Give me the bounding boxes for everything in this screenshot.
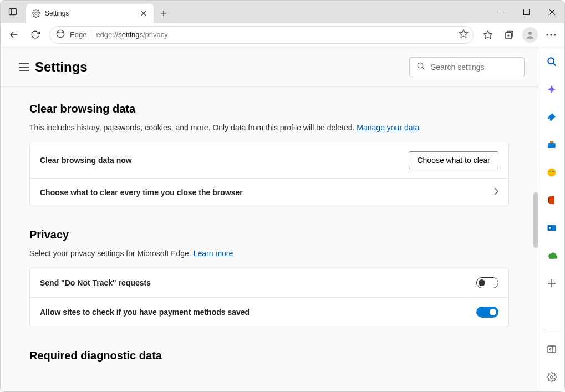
section-heading: Clear browsing data <box>29 103 509 115</box>
search-icon <box>416 62 425 73</box>
do-not-track-toggle[interactable] <box>476 277 498 288</box>
maximize-button[interactable] <box>513 3 539 21</box>
svg-point-20 <box>546 34 548 35</box>
payment-methods-toggle[interactable] <box>476 307 498 318</box>
svg-line-27 <box>423 67 424 69</box>
settings-icon[interactable] <box>543 368 561 386</box>
more-menu-button[interactable] <box>541 26 561 44</box>
refresh-button[interactable] <box>25 26 45 44</box>
row-label: Choose what to clear every time you clos… <box>40 188 243 197</box>
close-window-button[interactable] <box>539 3 564 21</box>
shopping-icon[interactable] <box>543 108 561 126</box>
search-icon[interactable] <box>543 53 561 70</box>
payment-methods-row: Allow sites to check if you have payment… <box>30 297 508 327</box>
edge-icon <box>55 29 65 41</box>
svg-point-39 <box>548 227 551 229</box>
row-label: Send "Do Not Track" requests <box>40 278 151 287</box>
favorite-add-icon[interactable] <box>459 29 469 41</box>
svg-line-29 <box>553 63 556 66</box>
clear-now-row: Clear browsing data now Choose what to c… <box>30 142 508 178</box>
avatar-icon <box>522 27 538 43</box>
menu-toggle-button[interactable] <box>14 57 34 77</box>
new-tab-button[interactable] <box>156 6 171 21</box>
svg-marker-30 <box>547 85 556 94</box>
tools-icon[interactable] <box>543 136 561 154</box>
row-label: Allow sites to check if you have payment… <box>40 308 250 317</box>
browser-tab[interactable]: Settings <box>26 4 154 23</box>
window-controls <box>488 1 564 23</box>
tab-actions-button[interactable] <box>1 1 25 23</box>
svg-rect-8 <box>523 9 529 14</box>
minimize-button[interactable] <box>488 3 513 21</box>
chevron-right-icon <box>494 187 498 197</box>
choose-what-to-clear-button[interactable]: Choose what to clear <box>409 151 498 169</box>
add-icon[interactable] <box>543 274 561 292</box>
page-title: Settings <box>35 59 88 75</box>
favorites-button[interactable] <box>478 26 498 44</box>
scrollbar-thumb[interactable] <box>533 192 538 248</box>
address-bar[interactable]: Edge edge://settings/privacy <box>49 26 474 44</box>
close-tab-button[interactable] <box>139 9 148 18</box>
profile-button[interactable] <box>520 26 540 44</box>
svg-point-22 <box>554 34 556 35</box>
office-icon[interactable] <box>543 191 561 209</box>
settings-header: Settings <box>1 47 538 87</box>
svg-point-36 <box>552 171 554 172</box>
svg-point-12 <box>57 30 64 38</box>
section-privacy: Privacy Select your privacy settings for… <box>29 228 509 327</box>
section-diagnostic-data: Required diagnostic data <box>29 349 509 362</box>
svg-point-34 <box>547 169 556 177</box>
address-identity: Edge <box>70 30 91 39</box>
back-button[interactable] <box>4 26 24 44</box>
section-description: Select your privacy settings for Microso… <box>29 249 509 258</box>
clear-on-close-row[interactable]: Choose what to clear every time you clos… <box>30 178 508 206</box>
svg-point-28 <box>548 58 554 64</box>
manage-data-link[interactable]: Manage your data <box>357 123 419 132</box>
svg-rect-0 <box>9 9 17 15</box>
onedrive-icon[interactable] <box>543 247 561 264</box>
discover-icon[interactable] <box>543 80 561 98</box>
svg-marker-14 <box>484 30 492 38</box>
hide-sidebar-icon[interactable] <box>543 340 561 358</box>
collections-button[interactable] <box>499 26 519 44</box>
tab-title: Settings <box>45 9 135 17</box>
svg-point-31 <box>549 119 550 120</box>
address-url: edge://settings/privacy <box>96 30 167 39</box>
settings-page: Settings Clear browsing data This includ… <box>1 47 538 391</box>
svg-point-21 <box>550 34 552 35</box>
gear-icon <box>32 9 40 18</box>
title-bar: Settings <box>1 1 564 23</box>
games-icon[interactable] <box>543 164 561 181</box>
svg-point-2 <box>35 12 37 14</box>
section-heading: Required diagnostic data <box>29 349 509 362</box>
browser-toolbar: Edge edge://settings/privacy <box>1 23 564 47</box>
svg-point-35 <box>549 171 551 172</box>
search-input[interactable] <box>431 63 528 72</box>
svg-rect-32 <box>548 143 556 148</box>
row-label: Clear browsing data now <box>40 156 132 165</box>
browser-sidebar <box>538 47 564 391</box>
svg-point-26 <box>418 63 423 68</box>
svg-point-44 <box>550 376 553 379</box>
svg-marker-13 <box>460 29 468 37</box>
outlook-icon[interactable] <box>543 219 561 237</box>
svg-point-19 <box>528 32 532 35</box>
search-settings[interactable] <box>409 57 525 77</box>
section-description: This includes history, passwords, cookie… <box>29 123 509 132</box>
do-not-track-row: Send "Do Not Track" requests <box>30 268 508 297</box>
learn-more-link[interactable]: Learn more <box>194 249 233 258</box>
section-clear-browsing-data: Clear browsing data This includes histor… <box>29 103 509 206</box>
section-heading: Privacy <box>29 228 509 241</box>
svg-rect-33 <box>550 141 553 143</box>
